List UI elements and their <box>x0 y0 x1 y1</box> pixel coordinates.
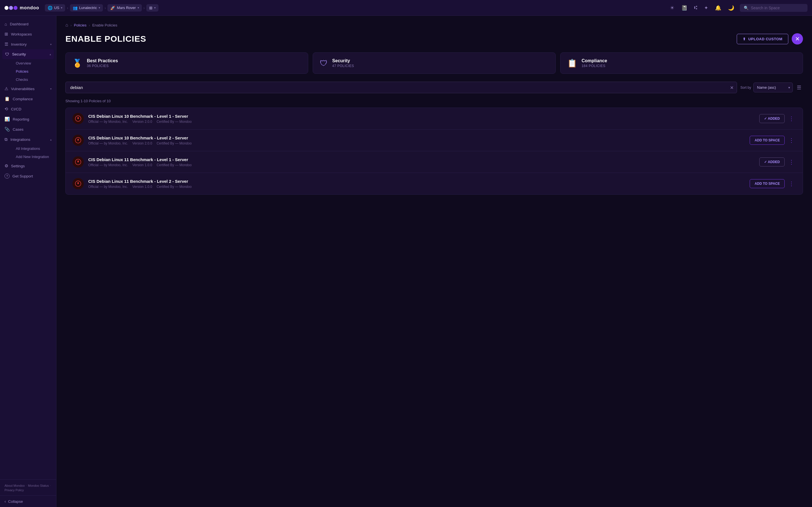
add-to-space-button[interactable]: ADD TO SPACE <box>750 136 784 145</box>
sort-wrapper: Name (asc) Name (desc) Version Date Adde… <box>753 82 793 93</box>
nav-org[interactable]: 👥 Lunalectric ▾ <box>70 4 103 11</box>
results-count: Showing 1-10 Policies of 10 <box>65 99 803 103</box>
category-card-security[interactable]: 🛡 Security 47 POLICIES <box>313 52 555 74</box>
chevron-down-icon: ▾ <box>61 6 62 9</box>
chevron-icon: ▴ <box>50 53 51 56</box>
chevron-down-icon: ▾ <box>138 6 139 9</box>
bell-icon-btn[interactable]: 🔔 <box>714 4 722 12</box>
security-subnav: Overview Policies Checks <box>0 59 56 83</box>
sidebar-collapse-btn[interactable]: ‹ Collapse <box>0 496 56 507</box>
more-options-button[interactable]: ⋮ <box>787 179 796 188</box>
sidebar-item-cases[interactable]: 📎 Cases <box>0 124 56 134</box>
home-breadcrumb-icon[interactable]: ⌂ <box>65 22 68 27</box>
home-icon: ⌂ <box>4 22 7 26</box>
sidebar-item-reporting[interactable]: 📊 Reporting <box>0 114 56 124</box>
more-options-button[interactable]: ⋮ <box>787 136 796 145</box>
sort-select[interactable]: Name (asc) Name (desc) Version Date Adde… <box>753 82 793 93</box>
policy-meta: Official — by Mondoo, Inc. Version 2.0.0… <box>88 142 745 145</box>
table-row: CIS Debian Linux 10 Benchmark - Level 2 … <box>66 129 803 151</box>
chevron-left-icon: ‹ <box>4 499 6 504</box>
policy-info: CIS Debian Linux 10 Benchmark - Level 1 … <box>88 114 755 124</box>
table-row: CIS Debian Linux 11 Benchmark - Level 2 … <box>66 173 803 194</box>
nav-sep-2: › <box>105 6 106 10</box>
nav-region[interactable]: 🌐 US ▾ <box>45 4 65 11</box>
sidebar-item-inventory[interactable]: ☰ Inventory ▾ <box>0 39 56 49</box>
more-options-button[interactable]: ⋮ <box>787 158 796 166</box>
docs-icon-btn[interactable]: 📓 <box>680 4 689 12</box>
sidebar-item-integrations[interactable]: ⧉ Integrations ▴ <box>0 134 56 145</box>
sidebar-nav: ⌂ Dashboard ⊞ Workspaces ☰ Inventory ▾ 🛡… <box>0 16 56 480</box>
best-practices-icon: 🏅 <box>72 59 82 68</box>
footer-link-privacy[interactable]: Privacy Policy <box>4 489 24 492</box>
category-card-info: Compliance 184 POLICIES <box>581 58 607 68</box>
space-icon: 🚀 <box>110 6 115 10</box>
category-card-best-practices[interactable]: 🏅 Best Practices 36 POLICIES <box>65 52 308 74</box>
more-options-button[interactable]: ⋮ <box>787 114 796 123</box>
chevron-down-icon: ▾ <box>154 6 156 9</box>
add-to-space-button[interactable]: ADD TO SPACE <box>750 179 784 188</box>
breadcrumb-sep-2: › <box>89 23 90 27</box>
sort-container: Sort by Name (asc) Name (desc) Version D… <box>741 82 803 93</box>
nav-extra[interactable]: ⊞ ▾ <box>146 4 158 11</box>
theme-toggle-btn[interactable]: 🌙 <box>727 4 735 12</box>
main-content: ⌂ › Policies › Enable Policies ENABLE PO… <box>56 16 812 507</box>
upload-icon: ⬆ <box>743 37 746 41</box>
github-icon-btn[interactable]: ⑆ <box>693 4 698 12</box>
breadcrumb-policies-link[interactable]: Policies <box>74 23 87 27</box>
security-category-icon: 🛡 <box>320 59 327 68</box>
org-icon: 👥 <box>73 6 78 10</box>
sidebar-subitem-overview[interactable]: Overview <box>11 59 56 67</box>
sidebar-item-compliance[interactable]: 📋 Compliance <box>0 94 56 104</box>
category-card-info: Best Practices 36 POLICIES <box>87 58 118 68</box>
integrations-icon: ⧉ <box>4 137 8 142</box>
sidebar-item-cicd[interactable]: ⟲ CI/CD <box>0 104 56 114</box>
policy-actions: ✓ ADDED ⋮ <box>759 158 796 166</box>
nav-sep-1: › <box>67 6 68 10</box>
sun-icon-btn[interactable]: ☀ <box>669 4 675 12</box>
search-box[interactable]: 🔍 Search in Space <box>740 4 808 12</box>
sidebar-subitem-policies[interactable]: Policies <box>11 67 56 75</box>
policy-list: CIS Debian Linux 10 Benchmark - Level 1 … <box>65 108 803 194</box>
sidebar-subitem-all-integrations[interactable]: All Integrations <box>11 145 56 153</box>
debian-logo <box>72 113 84 124</box>
sidebar-item-get-support[interactable]: ? Get Support <box>0 171 56 181</box>
added-button[interactable]: ✓ ADDED <box>759 158 784 166</box>
slack-icon-btn[interactable]: ✦ <box>703 4 709 12</box>
sidebar-subitem-checks[interactable]: Checks <box>11 75 56 83</box>
sidebar-item-workspaces[interactable]: ⊞ Workspaces <box>0 29 56 39</box>
close-button[interactable]: ✕ <box>792 33 803 45</box>
chevron-icon: ▾ <box>50 43 52 46</box>
filter-icon-button[interactable]: ☰ <box>795 83 803 93</box>
vulnerabilities-icon: ⚠ <box>4 86 8 91</box>
breadcrumb-sep-1: › <box>70 23 71 27</box>
sidebar-item-security[interactable]: 🛡 Security ▴ <box>2 49 54 59</box>
sidebar: ⌂ Dashboard ⊞ Workspaces ☰ Inventory ▾ 🛡… <box>0 16 56 507</box>
top-navigation: mondoo 🌐 US ▾ › 👥 Lunalectric ▾ › 🚀 Mars… <box>0 0 812 16</box>
main-layout: ⌂ Dashboard ⊞ Workspaces ☰ Inventory ▾ 🛡… <box>0 16 812 507</box>
globe-icon: 🌐 <box>48 6 52 10</box>
policy-actions: ✓ ADDED ⋮ <box>759 114 796 123</box>
logo[interactable]: mondoo <box>4 5 39 10</box>
table-row: CIS Debian Linux 10 Benchmark - Level 1 … <box>66 108 803 129</box>
category-card-compliance[interactable]: 📋 Compliance 184 POLICIES <box>560 52 803 74</box>
policy-info: CIS Debian Linux 11 Benchmark - Level 2 … <box>88 179 745 189</box>
upload-custom-button[interactable]: ⬆ UPLOAD CUSTOM <box>737 34 788 44</box>
search-input[interactable] <box>65 82 737 93</box>
footer-link-about[interactable]: About Mondoo <box>4 484 25 487</box>
search-clear-button[interactable]: ✕ <box>730 85 733 90</box>
header-actions: ⬆ UPLOAD CUSTOM ✕ <box>737 33 803 45</box>
workspaces-icon: ⊞ <box>4 32 8 37</box>
policy-actions: ADD TO SPACE ⋮ <box>750 179 796 188</box>
added-button[interactable]: ✓ ADDED <box>759 114 784 123</box>
policy-search-container: ✕ <box>65 82 737 93</box>
debian-logo <box>72 178 84 189</box>
sidebar-item-settings[interactable]: ⚙ Settings <box>0 161 56 171</box>
filter-row: ✕ Sort by Name (asc) Name (desc) Version… <box>65 82 803 93</box>
footer-link-status[interactable]: Mondoo Status <box>28 484 49 487</box>
nav-space[interactable]: 🚀 Mars Rover ▾ <box>107 4 142 11</box>
sidebar-item-vulnerabilities[interactable]: ⚠ Vulnerabilities ▾ <box>0 83 56 94</box>
sidebar-subitem-add-integration[interactable]: Add New Integration <box>11 153 56 161</box>
sidebar-item-dashboard[interactable]: ⌂ Dashboard <box>0 19 56 29</box>
policy-meta: Official — by Mondoo, Inc. Version 1.0.0… <box>88 185 745 189</box>
compliance-category-icon: 📋 <box>567 59 577 68</box>
